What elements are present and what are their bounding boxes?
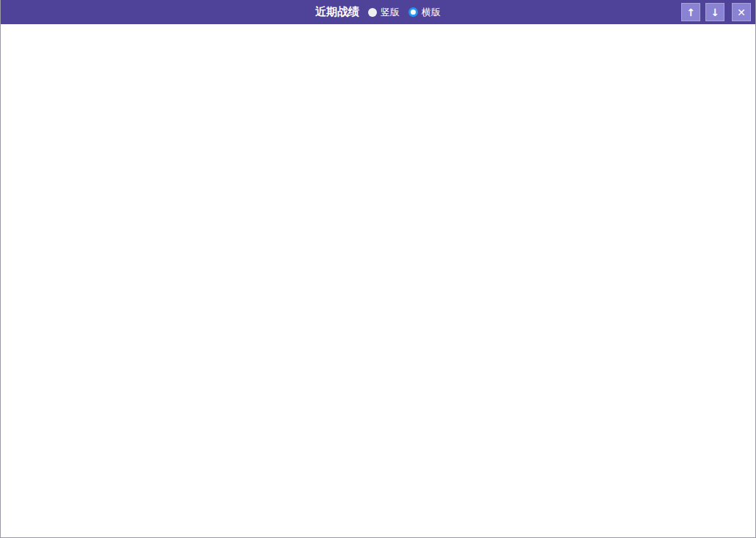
move-down-button[interactable]: ↓ [705, 3, 724, 21]
move-up-button[interactable]: ↑ [681, 3, 700, 21]
up-arrow-icon: ↑ [686, 7, 695, 18]
radio-vertical-layout[interactable]: 竖版 [368, 6, 400, 19]
radio-vertical-label: 竖版 [381, 6, 400, 19]
close-icon: ✕ [737, 7, 746, 18]
title-group: 近期战绩 竖版 横版 [315, 5, 441, 19]
recent-results-window: 近期战绩 竖版 横版 ↑ ↓ ✕ [0, 0, 756, 538]
window-title: 近期战绩 [315, 5, 359, 19]
window-buttons: ↑ ↓ ✕ [681, 3, 751, 21]
radio-vertical-icon [368, 8, 377, 17]
title-bar: 近期战绩 竖版 横版 ↑ ↓ ✕ [1, 0, 755, 24]
radio-horizontal-layout[interactable]: 横版 [408, 6, 441, 19]
radio-horizontal-label: 横版 [422, 6, 441, 19]
radio-horizontal-icon [408, 7, 418, 17]
close-button[interactable]: ✕ [732, 3, 751, 21]
down-arrow-icon: ↓ [711, 7, 719, 18]
